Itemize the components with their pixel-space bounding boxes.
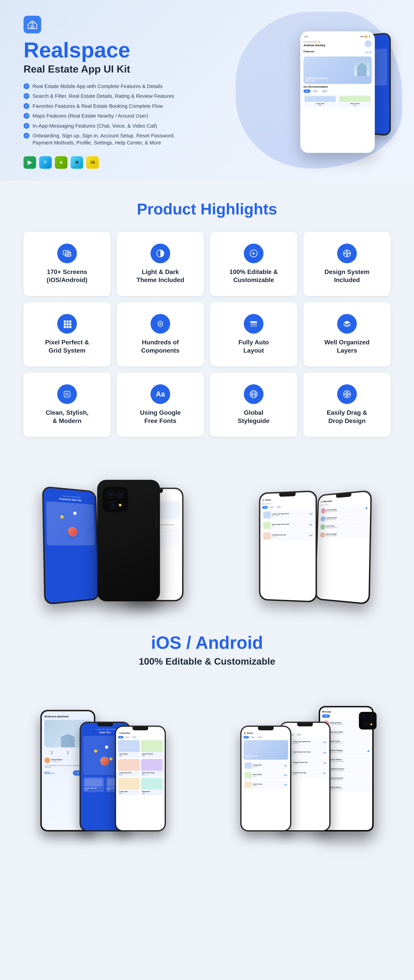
android-msg-name-8: Clinton Mcmlo: [330, 786, 369, 788]
hl-sub-4: House: [293, 773, 307, 775]
svg-rect-11: [64, 320, 66, 323]
msg-info-1: Nomvula Bhara Hi, are you available...: [326, 507, 365, 512]
fav-price-3: $32: [119, 773, 139, 775]
hero-left: Realspace Real Estate App UI Kit Real Es…: [24, 16, 177, 169]
phone-3d-right: 💬 Messages Recent Chats Nomvula Bhara Hi…: [314, 490, 372, 605]
android-msg-name-4: Allison Fulbright: [330, 749, 366, 751]
highlight-label-clean: Clean, Stylish,& Modern: [46, 409, 89, 425]
fr-thumb-1: [245, 762, 252, 769]
android-msg-info-4: Allison Fulbright When can we meet?: [330, 749, 366, 752]
fav-item-5: Lucky Labs $29: [118, 778, 140, 795]
phone-rec-card-2: Heart & Soul $55: [338, 94, 372, 108]
mp-3: [109, 757, 113, 760]
stat-value-beds: 4: [46, 752, 58, 754]
highlight-icon-design: [337, 243, 357, 263]
fav-filter-rent[interactable]: Rent: [124, 736, 131, 738]
fav-item-4: Best Side Living $65: [141, 759, 163, 776]
hl-sub-1: Apartment: [293, 743, 310, 744]
msg-tab-claim[interactable]: Claim: [322, 714, 330, 718]
hl-filter-hotel[interactable]: Hotel: [296, 733, 302, 736]
phone-building-image: [354, 59, 370, 76]
phone-rec-label: Our Recommendation: [303, 86, 372, 88]
listing-3-price: $36: [309, 535, 312, 536]
fr-sub-2: Villa: [253, 775, 262, 777]
logo-icon: [24, 16, 41, 33]
fav-name-2: Heart and Soul: [142, 753, 161, 755]
android-msg-info-2: Chocolate Hardin I love the property...: [330, 731, 369, 734]
mp-2: [105, 746, 108, 749]
user-role: Property Owner: [51, 760, 62, 762]
highlight-icon-theme: [151, 243, 170, 263]
highlight-label-layout: Fully AutoLayout: [238, 338, 269, 355]
feature-text: In-App-Messaging Features (Chat, Voice, …: [33, 122, 157, 129]
apt-price: $29/Night: [45, 771, 55, 775]
fr-filters: Buy Rent Hotel: [244, 736, 288, 738]
fav-filter-hotel[interactable]: Hotel: [131, 736, 137, 738]
fav-item-3: Lucky Labs Oak $32: [118, 759, 140, 776]
filter-btn-hotel[interactable]: Hotel: [320, 89, 328, 93]
badge-js: JS: [86, 156, 99, 169]
fr-price-3: $49: [284, 784, 287, 786]
svg-rect-17: [64, 326, 66, 328]
listing-1-price: $32: [309, 513, 312, 515]
highlight-label-drag: Easily Drag &Drop Design: [327, 409, 367, 425]
highlight-card-layout: Fully AutoLayout: [210, 302, 297, 366]
fr-filter-hotel[interactable]: Hotel: [256, 736, 263, 738]
fr-notch: [258, 727, 274, 730]
bdp-apt-title: Modernica Apartment: [45, 715, 91, 718]
android-msg-name-7: Florence Dinvese: [330, 777, 369, 779]
listing-2-info: Home Away From Home Villa: [272, 523, 289, 527]
map-notch: [97, 723, 113, 726]
filter-btn-rent[interactable]: Rent: [312, 89, 319, 93]
p4-filter-1[interactable]: Rent: [269, 506, 275, 509]
fav-content: ♡ Favorites Buy Rent Hotel Town Plaza $5…: [116, 727, 165, 797]
p4-filter-active[interactable]: Buy: [262, 506, 268, 509]
hl-info-4: Tracktime Del Apt. House: [293, 772, 307, 775]
highlight-label-fonts: Using GoogleFree Fonts: [140, 409, 181, 425]
ios-android-section: iOS / Android 100% Editable & Customizab…: [0, 617, 414, 686]
check-icon: [24, 113, 29, 119]
listing-1-thumb: [263, 512, 271, 519]
highlight-card-theme: Light & DarkTheme Included: [117, 232, 204, 296]
tech-badges-row: ▶ F A ⚛ JS: [24, 156, 177, 169]
p5-msg-2: Charlotte Hardin I love the property...: [320, 513, 368, 523]
p4-filters: Buy Rent Hotel: [262, 504, 314, 509]
filter-btn-buy[interactable]: Buy: [303, 89, 310, 93]
fr-name-2: Home Away: [253, 773, 262, 775]
p5-screen: 💬 Messages Recent Chats Nomvula Bhara Hi…: [315, 492, 371, 603]
highlight-icon-pixel: [57, 314, 77, 334]
feature-item: Onboarding, Sign up, Sign in, Account Se…: [24, 132, 177, 146]
android-msg-info-3: Amel Laverty That's a great choice...: [330, 740, 369, 743]
highlight-icon-clean: [57, 384, 77, 404]
p4-notch: [279, 493, 296, 497]
check-icon: [24, 103, 29, 109]
phone-camera-module: [103, 487, 128, 512]
feature-item: Favorites Features & Real Estate Booking…: [24, 102, 177, 110]
phone-featured-label: Featured: [303, 50, 314, 53]
hl-price-1: $32: [323, 741, 326, 743]
feature-item: Maps Features (Real Estate Nearby / Arou…: [24, 112, 177, 119]
check-icon: [24, 83, 29, 89]
highlight-card-layers: Well OrganizedLayers: [303, 302, 390, 366]
fav-filter-buy[interactable]: Buy: [118, 736, 124, 738]
fav-item-6: Modernica $29: [141, 778, 163, 795]
rec-card-name: Lucky Labs: [305, 103, 336, 105]
android-msg-info-5: Grover Stafford The listing is amazing: [330, 759, 369, 762]
rec-card-image: [305, 96, 336, 102]
user-info: Tetsuya Misara Property Owner: [51, 759, 62, 762]
fr-filter-rent[interactable]: Rent: [250, 736, 256, 738]
p5-content: 💬 Messages Recent Chats Nomvula Bhara Hi…: [318, 492, 371, 541]
hl-sub-3: Condo: [293, 763, 308, 765]
android-msg-prev-3: That's a great choice...: [330, 742, 369, 743]
msg-info-3: Amel Laverty That's a great choice...: [326, 524, 367, 528]
ios-title: iOS / Android: [16, 633, 398, 653]
design-icon: [342, 248, 352, 258]
fr-filter-buy[interactable]: Buy: [244, 736, 249, 738]
android-msg-prev-4: When can we meet?: [330, 751, 366, 752]
fav-price-6: $29: [142, 792, 161, 794]
fr-title: 🏠 Home: [244, 732, 288, 734]
svg-rect-18: [67, 326, 68, 328]
highlight-label-screens: 170+ Screens(iOS/Android): [47, 268, 88, 284]
fav-img-3: [118, 759, 140, 771]
p4-filter-2[interactable]: Hotel: [275, 506, 282, 509]
